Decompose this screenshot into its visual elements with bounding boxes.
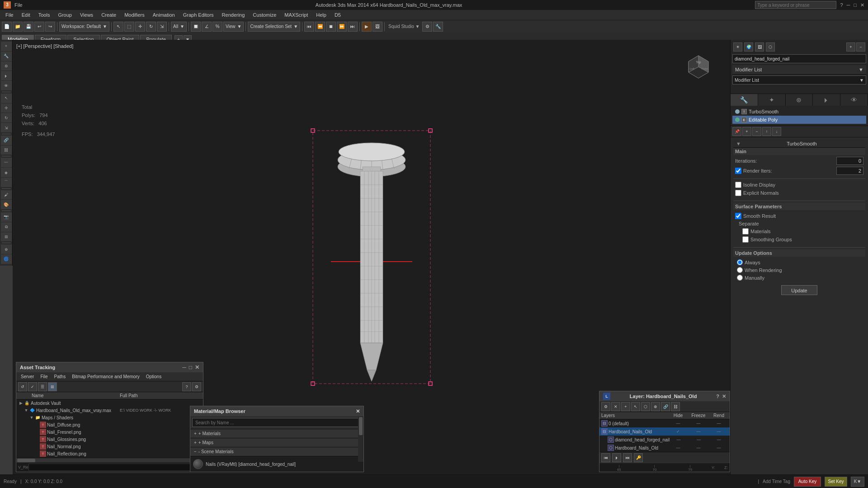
menu-edit[interactable]: Edit bbox=[18, 11, 34, 19]
search-input[interactable] bbox=[755, 1, 836, 9]
mb-search-input[interactable] bbox=[192, 418, 362, 427]
tb-prev-frame[interactable]: ⏪ bbox=[315, 22, 325, 32]
lp-bt-play[interactable]: ⏵ bbox=[612, 453, 621, 462]
render-iters-checkbox[interactable] bbox=[735, 168, 741, 174]
lt-display[interactable]: 👁 bbox=[1, 81, 12, 90]
rt-sun-icon[interactable]: ☀ bbox=[733, 42, 742, 52]
at-scroll-thumb[interactable] bbox=[17, 459, 35, 462]
status-key-filter[interactable]: K▼ bbox=[851, 477, 864, 487]
tb-next-frame[interactable]: ⏩ bbox=[337, 22, 347, 32]
rpt-motion[interactable]: ⏵ bbox=[813, 94, 840, 106]
status-anim-btn[interactable]: Auto Key bbox=[794, 477, 821, 487]
manually-radio[interactable] bbox=[737, 275, 743, 281]
at-row-glossines[interactable]: ▶ T Nail_Glossines.png bbox=[16, 436, 203, 443]
all-dropdown[interactable]: All ▼ bbox=[171, 22, 187, 32]
mod-up-btn[interactable]: ↑ bbox=[762, 127, 771, 136]
lt-editable[interactable]: ◈ bbox=[1, 168, 12, 177]
lp-help-btn[interactable]: ? bbox=[716, 394, 719, 399]
at-menu-file[interactable]: File bbox=[38, 373, 50, 380]
selection-set-dropdown[interactable]: Create Selection Set ▼ bbox=[248, 22, 300, 32]
at-row-reflection[interactable]: ▶ T Nail_Reflection.png bbox=[16, 450, 203, 457]
rpt-display[interactable]: 👁 bbox=[840, 94, 868, 106]
modifier-list-arrow[interactable]: ▼ bbox=[859, 67, 863, 72]
maps-expand[interactable]: ▼ bbox=[29, 415, 34, 420]
at-menu-options[interactable]: Options bbox=[143, 373, 164, 380]
lt-nurbs[interactable]: ⌒ bbox=[1, 178, 12, 187]
menu-animation[interactable]: Animation bbox=[149, 11, 179, 19]
tb-move[interactable]: ✛ bbox=[135, 22, 145, 32]
modifier-editable-poly[interactable]: E Editable Poly bbox=[732, 116, 866, 124]
tb-squid1[interactable]: ⚙ bbox=[422, 22, 432, 32]
status-setkey-btn[interactable]: Set Key bbox=[825, 477, 847, 487]
materials-checkbox[interactable] bbox=[742, 228, 749, 235]
tb-new[interactable]: 📄 bbox=[2, 22, 12, 32]
tb-rotate[interactable]: ↻ bbox=[146, 22, 156, 32]
mb-close-btn[interactable]: ✕ bbox=[356, 408, 360, 414]
lp-bt-prev[interactable]: ⏮ bbox=[601, 453, 610, 462]
menu-rendering[interactable]: Rendering bbox=[218, 11, 249, 19]
lp-tb-link[interactable]: 🔗 bbox=[661, 402, 670, 411]
always-radio[interactable] bbox=[737, 259, 743, 265]
tb-stop[interactable]: ⏹ bbox=[326, 22, 336, 32]
tb-undo[interactable]: ↩ bbox=[34, 22, 44, 32]
ts-collapse-icon[interactable]: ▼ bbox=[736, 141, 741, 146]
rpt-modify[interactable]: 🔧 bbox=[731, 94, 758, 106]
at-row-fresnel[interactable]: ▶ T Nail_Fresnel.png bbox=[16, 428, 203, 436]
menu-modifiers[interactable]: Modifiers bbox=[121, 11, 148, 19]
tb-snap[interactable]: 🔲 bbox=[191, 22, 201, 32]
menu-maxscript[interactable]: MAXScript bbox=[281, 11, 311, 19]
isoline-display-checkbox[interactable] bbox=[735, 182, 741, 188]
at-close-btn[interactable]: ✕ bbox=[195, 364, 199, 371]
lt-rotate[interactable]: ↻ bbox=[1, 113, 12, 122]
vault-expand[interactable]: ▶ bbox=[18, 400, 24, 406]
at-row-diffuse[interactable]: ▶ T Nail_Diffuse.png bbox=[16, 421, 203, 428]
view-dropdown[interactable]: View ▼ bbox=[223, 22, 244, 32]
tb-render-frame[interactable]: 🖼 bbox=[373, 22, 382, 32]
lt-clone[interactable]: ⧉ bbox=[1, 222, 12, 232]
mod-down-btn[interactable]: ↓ bbox=[772, 127, 781, 136]
maxfile-expand[interactable]: ▼ bbox=[24, 408, 29, 413]
menu-tools[interactable]: Tools bbox=[35, 11, 54, 19]
at-tb-check[interactable]: ✓ bbox=[28, 382, 37, 391]
tb-scale[interactable]: ⇲ bbox=[157, 22, 167, 32]
win-close-btn[interactable]: ✕ bbox=[860, 2, 864, 8]
at-path-input[interactable] bbox=[28, 464, 201, 471]
lp-row-hardboard2[interactable]: ⬡ Hardboard_Nails_Old — — — bbox=[599, 444, 730, 452]
menu-views[interactable]: Views bbox=[76, 11, 97, 19]
tb-save[interactable]: 💾 bbox=[24, 22, 33, 32]
lt-paintdrag[interactable]: 🎨 bbox=[1, 200, 12, 209]
win-max-btn[interactable]: □ bbox=[854, 2, 857, 8]
when-rendering-radio[interactable] bbox=[737, 267, 743, 273]
lp-tb-merge[interactable]: ⊕ bbox=[651, 402, 660, 411]
tb-end[interactable]: ⏭ bbox=[348, 22, 358, 32]
lt-spacewarp[interactable]: 🌀 bbox=[1, 254, 12, 264]
lp-tb-unlink[interactable]: ⛓ bbox=[671, 402, 680, 411]
lt-create[interactable]: + bbox=[1, 42, 12, 51]
render-iters-input[interactable] bbox=[836, 167, 863, 175]
lp-tb-select[interactable]: ↖ bbox=[631, 402, 640, 411]
smoothing-groups-checkbox[interactable] bbox=[742, 236, 749, 243]
mod-add-btn[interactable]: + bbox=[742, 127, 751, 136]
lt-motion[interactable]: ⏵ bbox=[1, 71, 12, 80]
lt-unlink[interactable]: ⛓ bbox=[1, 145, 12, 155]
lp-bt-keymode[interactable]: 🔑 bbox=[634, 453, 643, 462]
lt-helpers[interactable]: ⊕ bbox=[1, 244, 12, 254]
tb-angle-snap[interactable]: ∠ bbox=[202, 22, 212, 32]
rt-zoom-out[interactable]: − bbox=[856, 42, 865, 52]
tb-squid2[interactable]: 🔧 bbox=[433, 22, 443, 32]
menu-group[interactable]: Group bbox=[54, 11, 75, 19]
rt-zoom-in[interactable]: + bbox=[846, 42, 855, 52]
mod-pin-btn[interactable]: 📌 bbox=[732, 127, 741, 136]
mb-scene-header[interactable]: − - Scene Materials bbox=[190, 447, 363, 456]
win-min-btn[interactable]: ─ bbox=[847, 2, 850, 8]
workspace-dropdown[interactable]: Workspace: Default ▼ bbox=[59, 22, 109, 32]
at-menu-paths[interactable]: Paths bbox=[52, 373, 69, 380]
menu-customize[interactable]: Customize bbox=[249, 11, 280, 19]
lp-row-diamond[interactable]: ⬡ diamond_head_forged_nail — — — bbox=[599, 436, 730, 444]
at-row-vault[interactable]: ▶ 🔒 Autodesk Vault bbox=[16, 399, 203, 407]
rpt-hierarchy[interactable]: ⊛ bbox=[786, 94, 813, 106]
tb-render[interactable]: ▶ bbox=[362, 22, 372, 32]
at-maximize-btn[interactable]: □ bbox=[189, 364, 192, 371]
lp-close-btn[interactable]: ✕ bbox=[722, 394, 726, 399]
mb-maps-header[interactable]: + + Maps bbox=[190, 438, 363, 447]
